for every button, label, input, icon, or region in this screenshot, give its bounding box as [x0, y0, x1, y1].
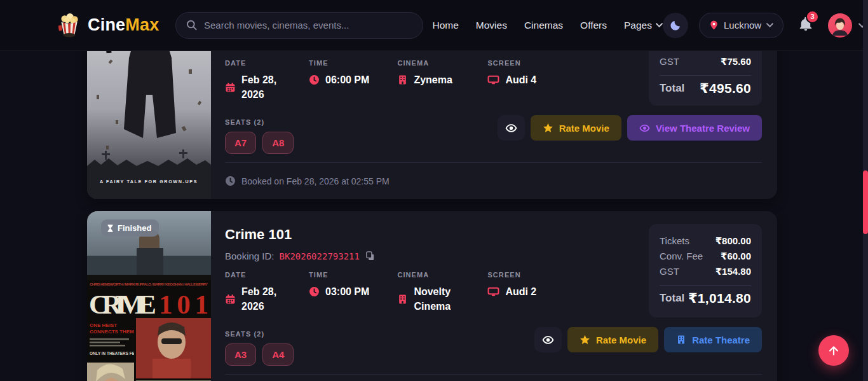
seats-label: SEATS (2): [225, 330, 294, 338]
calendar-icon: [225, 82, 236, 93]
cinema-label: CINEMA: [397, 59, 459, 67]
page-scrollbar-thumb[interactable]: [863, 170, 868, 234]
info-time: TIME 06:00 PM: [309, 59, 369, 102]
info-date: DATE Feb 28, 2026: [225, 59, 281, 102]
info-screen: SCREEN Audi 4: [487, 59, 536, 102]
info-date: DATE Feb 28, 2026: [225, 271, 281, 314]
price-value: ₹60.00: [721, 249, 751, 264]
seat-chip: A8: [262, 132, 294, 154]
star-icon: [580, 335, 590, 345]
arrow-up-icon: [827, 343, 841, 357]
rate-theatre-label: Rate Theatre: [692, 335, 750, 345]
poster-actors-text: CHRIS HEMSWORTH / MARK RUFFALO / BARRY K…: [90, 282, 208, 286]
price-divider: [660, 285, 751, 286]
notifications-button[interactable]: 3: [798, 17, 813, 34]
copy-booking-id-button[interactable]: [365, 251, 376, 261]
booking-id-row: Booking ID: BK2026022793211: [225, 251, 376, 261]
movie-poster-2[interactable]: CHRIS HEMSWORTH / MARK RUFFALO / BARRY K…: [87, 211, 211, 381]
nav-link-movies[interactable]: Movies: [476, 20, 507, 31]
calendar-icon: [225, 294, 236, 305]
notification-count-badge: 3: [806, 10, 819, 24]
time-label: TIME: [309, 59, 369, 67]
price-row-conv-fee: Conv. Fee ₹60.00: [660, 249, 751, 264]
booked-note-row: [225, 374, 762, 381]
theme-toggle-button[interactable]: [663, 13, 688, 38]
total-value: ₹495.60: [700, 81, 751, 96]
nav-link-cinemas[interactable]: Cinemas: [524, 20, 563, 31]
show-info-row: DATE Feb 28, 2026 TIME 03:00 PM CINEMA: [225, 271, 536, 314]
booking-id-label: Booking ID:: [225, 251, 275, 261]
clock-icon: [309, 286, 320, 297]
view-details-button[interactable]: [498, 115, 525, 141]
view-theatre-review-button[interactable]: View Theatre Review: [627, 115, 762, 141]
time-value: 03:00 PM: [325, 284, 369, 299]
search-bar: [175, 12, 423, 39]
price-value: ₹75.60: [721, 54, 751, 69]
rate-movie-button[interactable]: Rate Movie: [567, 327, 658, 352]
info-screen: SCREEN Audi 2: [487, 271, 536, 314]
card-actions: Rate Movie View Theatre Review: [498, 115, 762, 141]
location-label: Lucknow: [724, 20, 761, 31]
total-row: Total ₹495.60: [660, 81, 751, 96]
nav-link-pages[interactable]: Pages: [624, 20, 663, 31]
seats-block: SEATS (2) A7 A8: [225, 115, 294, 154]
info-cinema: CINEMA Zynema: [397, 59, 459, 102]
rate-movie-label: Rate Movie: [596, 335, 646, 345]
nav-link-offers[interactable]: Offers: [580, 20, 607, 31]
seats-actions-row: SEATS (2) A7 A8 Rate Movie: [225, 115, 762, 154]
eye-icon: [542, 334, 554, 346]
location-pin-icon: [709, 20, 719, 31]
brand-logo[interactable]: CineMax: [56, 12, 159, 39]
view-theatre-review-label: View Theatre Review: [656, 123, 750, 134]
price-label: GST: [660, 54, 679, 69]
user-menu[interactable]: [828, 13, 866, 38]
price-row-gst: GST ₹154.80: [660, 264, 751, 279]
booked-note-row: Booked on Feb 28, 2026 at 02:55 PM: [225, 162, 762, 199]
moon-icon: [669, 19, 682, 32]
cinema-building-icon: [397, 74, 408, 85]
screen-label: SCREEN: [487, 271, 536, 279]
nav-link-home[interactable]: Home: [432, 20, 458, 31]
bookings-list: A FAIRY TALE FOR GROWN-UPS DATE Feb 28, …: [87, 0, 777, 381]
screen-value: Audi 2: [505, 284, 536, 299]
page-scrollbar-track[interactable]: [863, 0, 868, 381]
screen-label: SCREEN: [487, 59, 536, 67]
popcorn-icon: [56, 12, 83, 39]
cinema-value: Novelty Cinema: [414, 284, 459, 314]
user-avatar: [828, 13, 852, 38]
eye-icon: [505, 122, 517, 134]
nav-link-pages-label: Pages: [624, 20, 652, 31]
price-label: Conv. Fee: [660, 249, 703, 264]
booking-id-value: BK2026022793211: [280, 251, 360, 261]
brand-name: CineMax: [88, 15, 159, 35]
cinema-building-icon: [397, 294, 408, 305]
booked-note: Booked on Feb 28, 2026 at 02:55 PM: [241, 176, 390, 186]
price-row-tickets: Tickets ₹800.00: [660, 233, 751, 249]
total-label: Total: [660, 292, 684, 305]
info-cinema: CINEMA Novelty Cinema: [397, 271, 459, 314]
rate-theatre-button[interactable]: Rate Theatre: [664, 327, 762, 352]
total-label: Total: [660, 82, 684, 95]
cinema-value: Zynema: [414, 73, 459, 87]
total-value: ₹1,014.80: [688, 291, 751, 306]
rate-movie-button[interactable]: Rate Movie: [531, 115, 621, 141]
price-row-gst: GST ₹75.60: [660, 54, 751, 69]
location-selector[interactable]: Lucknow: [699, 13, 783, 38]
view-details-button[interactable]: [534, 327, 562, 352]
cinema-label: CINEMA: [397, 271, 459, 279]
price-summary-box: Tickets ₹800.00 Conv. Fee ₹60.00 GST ₹15…: [649, 224, 762, 317]
search-input[interactable]: [204, 20, 412, 31]
date-label: DATE: [225, 271, 281, 279]
price-label: GST: [660, 264, 679, 279]
scroll-to-top-button[interactable]: [818, 335, 849, 366]
card-actions: Rate Movie Rate Theatre: [534, 327, 762, 352]
clock-icon: [225, 176, 236, 186]
status-badge-label: Finished: [118, 223, 151, 233]
rate-movie-label: Rate Movie: [559, 123, 609, 134]
date-value: Feb 28, 2026: [241, 284, 281, 314]
seats-actions-row: SEATS (2) A3 A4 Rate Movie: [225, 327, 762, 366]
price-value: ₹154.80: [715, 264, 751, 279]
price-divider: [660, 75, 751, 76]
copy-icon: [365, 251, 376, 261]
eye-icon: [639, 123, 650, 134]
